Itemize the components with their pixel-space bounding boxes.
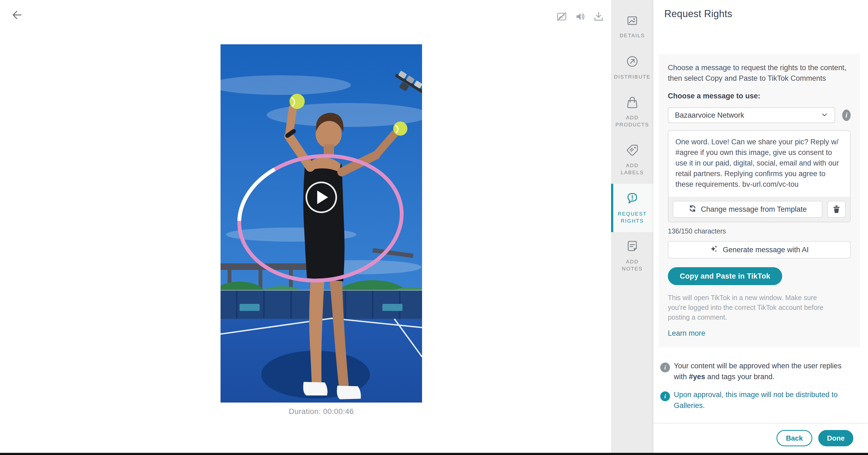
info-icon: i xyxy=(660,363,670,372)
speech-alert-icon xyxy=(625,191,639,206)
sidebar-item-request-rights[interactable]: REQUEST RIGHTS xyxy=(611,184,653,232)
generate-ai-label: Generate message with AI xyxy=(723,246,809,254)
hide-image-button[interactable] xyxy=(556,11,568,23)
sidebar-item-add-notes[interactable]: ADD NOTES xyxy=(611,232,653,280)
chevron-down-icon xyxy=(821,111,828,119)
video-duration: Duration: 00:00:46 xyxy=(220,407,422,416)
panel-footer: Back Done xyxy=(653,423,868,453)
image-hidden-icon xyxy=(556,11,567,23)
video-player[interactable] xyxy=(220,44,422,402)
info-icon: i xyxy=(660,391,670,401)
request-rights-card: Choose a message to request the rights t… xyxy=(659,54,860,347)
share-arrow-icon xyxy=(625,54,639,69)
download-icon xyxy=(593,11,604,23)
tag-icon xyxy=(625,143,639,158)
back-arrow-icon xyxy=(10,9,23,22)
info-icon[interactable]: i xyxy=(842,110,850,121)
request-rights-panel: Request Rights Choose a message to reque… xyxy=(653,0,868,455)
play-button[interactable] xyxy=(306,181,337,213)
back-button[interactable] xyxy=(9,8,23,22)
message-template-select[interactable]: Bazaarvoice Network xyxy=(668,107,835,123)
sparkles-icon xyxy=(710,245,718,255)
volume-icon xyxy=(575,11,586,23)
shopping-bag-icon xyxy=(625,96,639,110)
message-actions: Change message from Template xyxy=(669,197,850,222)
message-textarea[interactable]: One word. Love! Can we share your pic? R… xyxy=(669,131,850,197)
sidebar-item-label: ADD PRODUCTS xyxy=(615,114,650,128)
selected-template: Bazaarvoice Network xyxy=(675,111,744,120)
generate-ai-button[interactable]: Generate message with AI xyxy=(668,241,850,258)
character-count: 136/150 characters xyxy=(668,227,850,235)
image-icon xyxy=(626,14,639,28)
bottom-edge-bar xyxy=(0,453,868,455)
sidebar: DETAILS DISTRIBUTE ADD PRODUCTS xyxy=(611,0,653,455)
back-button-footer[interactable]: Back xyxy=(776,430,812,446)
volume-button[interactable] xyxy=(574,11,586,23)
copy-paste-tiktok-button[interactable]: Copy and Paste in TikTok xyxy=(668,267,782,285)
video-still xyxy=(220,44,422,402)
sidebar-item-label: DISTRIBUTE xyxy=(614,74,651,81)
trash-icon xyxy=(832,205,841,214)
play-icon xyxy=(317,191,328,204)
choose-message-label: Choose a message to use: xyxy=(668,92,850,100)
sidebar-item-label: ADD LABELS xyxy=(615,162,650,176)
distribution-note: i Upon approval, this image will not be … xyxy=(659,389,860,411)
sidebar-item-label: DETAILS xyxy=(620,32,645,39)
sidebar-item-add-products[interactable]: ADD PRODUCTS xyxy=(611,88,653,136)
download-button[interactable] xyxy=(593,11,604,23)
approval-note: i Your content will be approved when the… xyxy=(659,361,860,382)
approval-note-text: Your content will be approved when the u… xyxy=(674,361,848,382)
intro-text: Choose a message to request the rights t… xyxy=(668,62,850,84)
sidebar-item-label: REQUEST RIGHTS xyxy=(615,210,650,225)
distribution-note-text: Upon approval, this image will not be di… xyxy=(674,389,848,411)
message-box: One word. Love! Can we share your pic? R… xyxy=(668,130,850,222)
done-button[interactable]: Done xyxy=(818,430,853,446)
delete-message-button[interactable] xyxy=(827,201,846,218)
page-title: Request Rights xyxy=(664,8,732,20)
sidebar-item-label: ADD NOTES xyxy=(615,258,650,272)
learn-more-link[interactable]: Learn more xyxy=(668,329,705,338)
change-template-label: Change message from Template xyxy=(701,205,807,214)
sidebar-item-distribute[interactable]: DISTRIBUTE xyxy=(611,47,653,88)
refresh-icon xyxy=(688,204,696,215)
media-toolbar xyxy=(556,11,604,23)
change-template-button[interactable]: Change message from Template xyxy=(673,201,823,218)
sidebar-item-add-labels[interactable]: ADD LABELS xyxy=(611,136,653,184)
tiktok-note: This will open TikTok in a new window. M… xyxy=(668,293,831,322)
note-icon xyxy=(625,240,639,254)
sidebar-item-details[interactable]: DETAILS xyxy=(611,6,653,47)
app-root: Duration: 00:00:46 DETAILS DISTRIBUTE xyxy=(0,0,868,455)
